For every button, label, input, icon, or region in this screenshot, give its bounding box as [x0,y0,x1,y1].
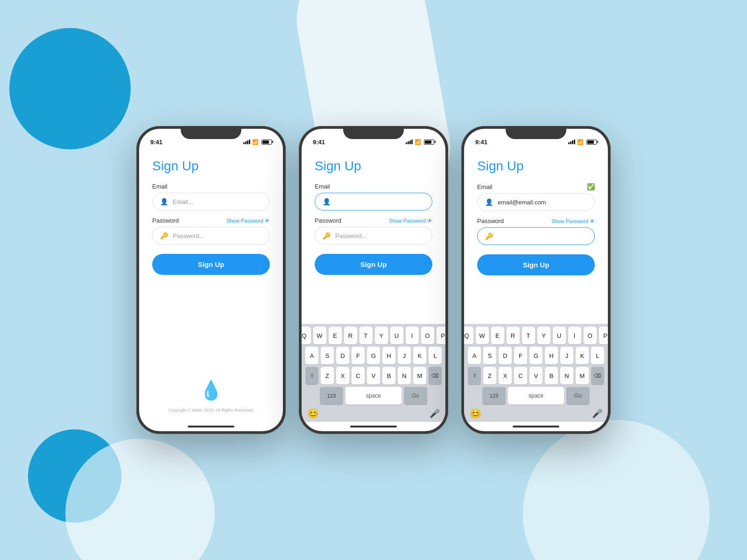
phone-3-mic-icon[interactable]: 🎤 [592,408,602,419]
key-p[interactable]: P [437,327,446,344]
key-q[interactable]: Q [302,327,311,344]
p3-key-e[interactable]: E [491,327,504,344]
phone-2-eye-icon: 👁 [427,218,432,224]
key-g[interactable]: G [367,347,380,364]
p3-key-n[interactable]: N [560,367,573,385]
p3-key-p[interactable]: P [599,327,608,344]
key-u[interactable]: U [390,327,403,344]
phone-2-keyboard-bottom: 😊 🎤 [303,407,444,419]
key-h[interactable]: H [382,347,395,364]
phone-1-email-input[interactable]: 👤 Email... [152,193,270,210]
key-w[interactable]: W [313,327,326,344]
p3-key-h[interactable]: H [545,347,558,364]
p3-key-q[interactable]: Q [464,327,473,344]
phone-1-password-input[interactable]: 🔑 Password... [152,227,270,245]
phone-2-signup-button[interactable]: Sign Up [315,254,432,275]
p3-key-w[interactable]: W [476,327,489,344]
phone-3-emoji-icon[interactable]: 😊 [470,408,481,419]
key-m[interactable]: M [413,367,426,385]
phone-3-show-password-button[interactable]: Show Password 👁 [551,218,595,224]
key-d[interactable]: D [336,347,349,364]
key-f[interactable]: F [352,347,365,364]
phone-3-password-input[interactable]: 🔑 [477,227,595,245]
p3-key-backspace[interactable]: ⌫ [591,367,604,385]
key-x[interactable]: X [336,367,349,385]
key-o[interactable]: O [421,327,434,344]
phone-2-password-placeholder: Password... [335,232,424,239]
p3-key-m[interactable]: M [576,367,589,385]
p3-key-y[interactable]: Y [537,327,550,344]
p3-key-go[interactable]: Go [566,387,590,405]
phones-container: 9:41 📶 Sign Up [136,126,611,434]
key-i[interactable]: I [406,327,419,344]
key-t[interactable]: T [359,327,373,344]
phone-2-mic-icon[interactable]: 🎤 [430,408,440,419]
p3-key-l[interactable]: L [591,347,604,364]
p3-key-a[interactable]: A [468,347,481,364]
key-a[interactable]: A [305,347,318,364]
phone-3-signup-button[interactable]: Sign Up [477,254,595,275]
phone-3-keyboard: Q W E R T Y U I O P A S D F G H [464,324,608,422]
p3-key-g[interactable]: G [529,347,543,364]
phone-1-email-label-row: Email [152,183,270,190]
p3-key-z[interactable]: Z [483,367,496,385]
key-e[interactable]: E [329,327,342,344]
phone-1-home-indicator [139,422,283,431]
phone-2-status-icons: 📶 [406,139,434,145]
p3-key-o[interactable]: O [584,327,597,344]
key-c[interactable]: C [352,367,365,385]
p3-key-s[interactable]: S [483,347,496,364]
phone-1-drop-icon: 💧 [152,379,270,401]
key-r[interactable]: R [344,327,357,344]
key-s[interactable]: S [321,347,334,364]
key-n[interactable]: N [398,367,411,385]
phone-1-email-icon: 👤 [160,198,168,205]
p3-key-x[interactable]: X [499,367,512,385]
phone-2-keyboard: Q W E R T Y U I O P A S D F G H [302,324,445,422]
phone-1-signup-button[interactable]: Sign Up [152,254,270,275]
phone-2-content: Sign Up Email 👤 Password Show Password 👁 [302,149,445,324]
phone-2-email-label-row: Email [315,183,432,190]
key-go[interactable]: Go [404,387,427,405]
phone-1-show-password-button[interactable]: Show Password 👁 [226,218,270,224]
key-b[interactable]: B [382,367,395,385]
phone-2-home-indicator [302,422,445,431]
phone-3-email-input[interactable]: 👤 email@email.com [477,193,595,211]
phone-1-email-label: Email [152,183,168,190]
key-y[interactable]: Y [375,327,388,344]
p3-key-i[interactable]: I [568,327,581,344]
phone-1: 9:41 📶 Sign Up [136,126,286,434]
key-space[interactable]: space [345,387,402,405]
key-backspace[interactable]: ⌫ [429,367,442,385]
p3-key-space[interactable]: space [508,387,564,405]
key-k[interactable]: K [413,347,426,364]
key-j[interactable]: J [398,347,411,364]
p3-key-r[interactable]: R [507,327,520,344]
p3-key-c[interactable]: C [514,367,527,385]
p3-key-k[interactable]: K [576,347,589,364]
p3-key-shift[interactable]: ⇧ [468,367,481,385]
key-v[interactable]: V [367,367,380,385]
phone-2-show-password-button[interactable]: Show Password 👁 [389,218,432,224]
p3-key-v[interactable]: V [529,367,543,385]
p3-key-u[interactable]: U [553,327,566,344]
phone-2-email-input[interactable]: 👤 [315,193,432,210]
p3-key-j[interactable]: J [560,347,573,364]
p3-key-b[interactable]: B [545,367,558,385]
phone-3-time: 9:41 [475,139,487,146]
phone-1-signal-icon [243,140,250,144]
phone-3-eye-icon: 👁 [590,218,595,224]
phone-2-password-input[interactable]: 🔑 Password... [315,227,432,245]
phone-3: 9:41 📶 Sign Up [461,126,611,434]
p3-key-d[interactable]: D [499,347,512,364]
key-z[interactable]: Z [321,367,334,385]
phone-2-emoji-icon[interactable]: 😊 [307,408,319,419]
p3-key-123[interactable]: 123 [482,387,506,405]
p3-key-f[interactable]: F [514,347,527,364]
p3-key-t[interactable]: T [522,327,535,344]
phone-2-time: 9:41 [313,139,325,146]
key-shift[interactable]: ⇧ [305,367,318,385]
phone-1-status-icons: 📶 [243,139,272,145]
key-l[interactable]: L [429,347,442,364]
key-123[interactable]: 123 [320,387,343,405]
